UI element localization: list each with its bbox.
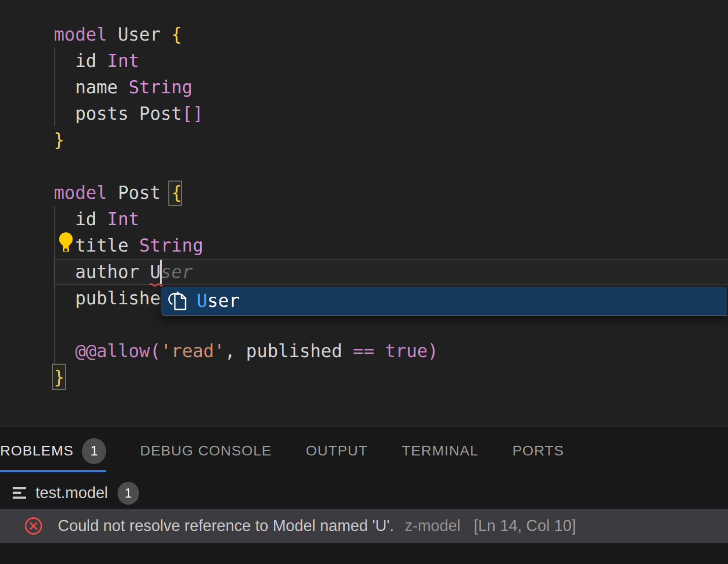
code-token: == bbox=[353, 341, 385, 361]
code-token: User bbox=[118, 24, 171, 45]
code-token: @@allow bbox=[75, 341, 150, 361]
code-editor[interactable]: model User { id Int name String posts Po… bbox=[0, 0, 728, 427]
problems-file-row[interactable]: test.model 1 bbox=[0, 477, 728, 509]
lightbulb-icon[interactable] bbox=[56, 231, 76, 254]
problem-item-row[interactable]: Could not resolve reference to Model nam… bbox=[0, 509, 728, 543]
lightbulb-glass bbox=[59, 232, 73, 248]
code-line[interactable]: @@allow('read', published == true) bbox=[54, 338, 439, 364]
tab-terminal-label: TERMINAL bbox=[402, 443, 479, 459]
vscode-window: model User { id Int name String posts Po… bbox=[0, 0, 728, 564]
code-token: U bbox=[150, 262, 161, 282]
code-token: ) bbox=[428, 341, 439, 361]
code-line[interactable]: title String bbox=[54, 232, 203, 259]
code-token: 'read' bbox=[161, 341, 225, 361]
problem-message: Could not resolve reference to Model nam… bbox=[58, 517, 394, 535]
code-token: id bbox=[54, 209, 107, 229]
tab-output[interactable]: OUTPUT bbox=[306, 427, 368, 475]
lightbulb-notch bbox=[64, 249, 67, 252]
error-icon bbox=[24, 516, 43, 536]
code-token: Int bbox=[107, 51, 139, 71]
suggest-widget: User bbox=[160, 286, 728, 316]
cursor-caret bbox=[160, 260, 162, 284]
code-token: publishe bbox=[54, 288, 161, 308]
code-token bbox=[54, 341, 75, 361]
code-token: published bbox=[246, 341, 353, 361]
code-token: , bbox=[225, 341, 246, 361]
code-token: name bbox=[54, 77, 129, 97]
reference-icon bbox=[167, 289, 190, 312]
code-line[interactable]: id Int bbox=[54, 206, 139, 232]
code-line[interactable]: } bbox=[54, 127, 64, 153]
suggest-label: User bbox=[197, 291, 239, 311]
problems-file-name: test.model bbox=[35, 484, 108, 502]
code-line[interactable]: posts Post[] bbox=[54, 100, 203, 127]
code-line[interactable]: author User bbox=[54, 259, 193, 285]
code-token: posts bbox=[54, 103, 139, 124]
bracket-match-box bbox=[52, 364, 66, 390]
tab-problems-label: ROBLEMS bbox=[0, 443, 74, 459]
code-token: [] bbox=[182, 103, 203, 124]
suggest-label-rest: ser bbox=[207, 291, 239, 311]
tab-problems[interactable]: ROBLEMS 1 bbox=[0, 427, 106, 475]
tab-debug-console-label: DEBUG CONSOLE bbox=[140, 443, 272, 459]
code-token: Int bbox=[107, 209, 139, 229]
code-token: Post bbox=[118, 183, 171, 203]
code-token: ( bbox=[150, 341, 161, 361]
code-token: } bbox=[54, 130, 64, 150]
panel-tab-bar: ROBLEMS 1 DEBUG CONSOLE OUTPUT TERMINAL … bbox=[0, 427, 598, 475]
problem-source: z-model bbox=[405, 517, 460, 535]
file-lines-icon bbox=[12, 486, 28, 500]
code-line[interactable]: model Post { bbox=[54, 180, 182, 206]
code-token: String bbox=[129, 77, 193, 97]
tab-debug-console[interactable]: DEBUG CONSOLE bbox=[140, 427, 272, 475]
tab-output-label: OUTPUT bbox=[306, 443, 368, 459]
code-line[interactable]: id Int bbox=[54, 48, 139, 74]
code-token: Post bbox=[139, 103, 182, 124]
code-token: model bbox=[54, 24, 118, 45]
code-line[interactable]: model User { bbox=[54, 21, 182, 48]
code-token: id bbox=[54, 51, 107, 71]
tab-ports-label: PORTS bbox=[513, 443, 564, 459]
bracket-match-box bbox=[168, 181, 182, 206]
code-line[interactable]: name String bbox=[54, 74, 193, 100]
problems-count-badge: 1 bbox=[82, 438, 106, 464]
code-token: ser bbox=[161, 262, 193, 282]
code-line[interactable]: publishe bbox=[54, 285, 161, 311]
code-token: { bbox=[171, 24, 182, 45]
tab-terminal[interactable]: TERMINAL bbox=[402, 427, 479, 475]
file-problems-count-badge: 1 bbox=[118, 482, 139, 505]
bottom-panel: ROBLEMS 1 DEBUG CONSOLE OUTPUT TERMINAL … bbox=[0, 427, 728, 564]
code-token: true bbox=[385, 341, 427, 361]
code-token: author bbox=[54, 262, 150, 282]
code-token: String bbox=[139, 235, 203, 256]
suggest-item-user[interactable]: User bbox=[161, 287, 727, 315]
tab-ports[interactable]: PORTS bbox=[513, 427, 564, 475]
problem-location: [Ln 14, Col 10] bbox=[474, 517, 576, 535]
suggest-label-matched: U bbox=[197, 291, 207, 311]
code-token: model bbox=[54, 183, 118, 203]
